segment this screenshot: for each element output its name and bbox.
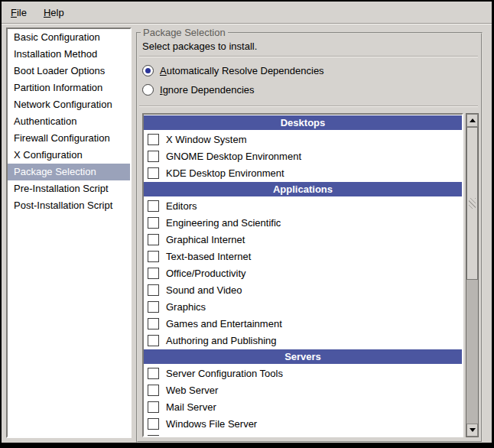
package-checkbox[interactable] bbox=[148, 234, 159, 245]
package-label: Editors bbox=[166, 200, 197, 212]
package-row[interactable]: Web Server bbox=[144, 381, 462, 398]
radio-button-icon[interactable] bbox=[142, 84, 154, 96]
separator bbox=[139, 56, 478, 57]
package-label: Office/Productivity bbox=[166, 268, 246, 279]
section-header: Servers bbox=[144, 349, 462, 364]
package-row[interactable] bbox=[144, 432, 462, 437]
separator bbox=[139, 106, 478, 107]
package-checkbox[interactable] bbox=[148, 318, 159, 330]
package-label: Authoring and Publishing bbox=[166, 335, 277, 346]
package-row[interactable]: Editors bbox=[144, 197, 462, 214]
scrollbar-thumb[interactable] bbox=[466, 127, 478, 280]
package-checkbox[interactable] bbox=[148, 217, 159, 229]
package-row[interactable]: Authoring and Publishing bbox=[144, 332, 462, 349]
package-label: Server Configuration Tools bbox=[166, 368, 283, 379]
package-checkbox[interactable] bbox=[148, 418, 159, 430]
scroll-up-button[interactable] bbox=[466, 114, 478, 127]
kickstart-configurator-window: File Help Basic ConfigurationInstallatio… bbox=[2, 2, 492, 443]
package-row[interactable]: Graphics bbox=[144, 298, 462, 315]
menu-help[interactable]: Help bbox=[41, 5, 67, 20]
package-row[interactable]: Sound and Video bbox=[144, 281, 462, 298]
package-checkbox[interactable] bbox=[148, 284, 159, 296]
package-row[interactable]: Office/Productivity bbox=[144, 265, 462, 281]
sidebar-item[interactable]: Boot Loader Options bbox=[8, 63, 130, 80]
sidebar-item[interactable]: Installation Method bbox=[8, 46, 130, 63]
package-row[interactable]: Windows File Server bbox=[144, 415, 462, 432]
frame-legend: Package Selection bbox=[141, 27, 228, 38]
radio-button-icon[interactable] bbox=[142, 65, 154, 76]
package-label: Mail Server bbox=[166, 401, 216, 413]
up-arrow-icon bbox=[470, 118, 476, 122]
package-label: X Window System bbox=[166, 134, 246, 145]
scroll-down-button[interactable] bbox=[466, 424, 478, 437]
package-checkbox[interactable] bbox=[148, 435, 159, 438]
sidebar-item[interactable]: Pre-Installation Script bbox=[8, 180, 130, 197]
package-row[interactable]: Graphical Internet bbox=[144, 231, 462, 248]
package-checkbox[interactable] bbox=[148, 200, 159, 212]
package-label: Web Server bbox=[166, 385, 218, 396]
radio-label: Automatically Resolve Dependencies bbox=[160, 65, 324, 76]
package-checkbox[interactable] bbox=[148, 335, 159, 346]
menu-file[interactable]: File bbox=[8, 5, 29, 20]
package-checkbox[interactable] bbox=[148, 134, 159, 145]
package-row[interactable]: Server Configuration Tools bbox=[144, 365, 462, 381]
package-label: Engineering and Scientific bbox=[166, 217, 281, 229]
sidebar-item[interactable]: X Configuration bbox=[8, 147, 130, 164]
sidebar-item[interactable]: Basic Configuration bbox=[8, 29, 130, 46]
section-header: Desktops bbox=[144, 115, 462, 130]
package-selection-frame: Package Selection Select packages to ins… bbox=[136, 32, 483, 443]
sidebar-item[interactable]: Authentication bbox=[8, 113, 130, 130]
vertical-scrollbar[interactable] bbox=[466, 113, 479, 437]
sidebar-item[interactable]: Firewall Configuration bbox=[8, 130, 130, 147]
package-list[interactable]: DesktopsX Window SystemGNOME Desktop Env… bbox=[142, 113, 463, 437]
package-checkbox[interactable] bbox=[148, 251, 159, 262]
sidebar-item[interactable]: Partition Information bbox=[8, 80, 130, 96]
package-row[interactable]: X Window System bbox=[144, 131, 462, 148]
package-checkbox[interactable] bbox=[148, 368, 159, 379]
package-label: Windows File Server bbox=[166, 418, 257, 430]
package-row[interactable]: GNOME Desktop Environment bbox=[144, 148, 462, 164]
sidebar-list[interactable]: Basic ConfigurationInstallation MethodBo… bbox=[6, 28, 132, 438]
package-label: GNOME Desktop Environment bbox=[166, 151, 301, 162]
package-row[interactable]: KDE Desktop Environment bbox=[144, 164, 462, 181]
package-checkbox[interactable] bbox=[148, 268, 159, 279]
package-label: Games and Entertainment bbox=[166, 318, 282, 330]
package-label: Sound and Video bbox=[166, 284, 242, 296]
package-label: Graphics bbox=[166, 301, 206, 313]
package-label: Graphical Internet bbox=[166, 234, 245, 245]
radio-label: Ignore Dependencies bbox=[160, 84, 255, 96]
package-row[interactable]: Games and Entertainment bbox=[144, 315, 462, 332]
description-text: Select packages to install. bbox=[142, 41, 257, 52]
package-checkbox[interactable] bbox=[148, 385, 159, 396]
package-scrolled-window: DesktopsX Window SystemGNOME Desktop Env… bbox=[142, 113, 479, 437]
package-checkbox[interactable] bbox=[148, 301, 159, 313]
package-row[interactable]: Engineering and Scientific bbox=[144, 214, 462, 231]
down-arrow-icon bbox=[470, 428, 476, 432]
package-row[interactable]: Mail Server bbox=[144, 398, 462, 415]
package-checkbox[interactable] bbox=[148, 167, 159, 179]
sidebar-item[interactable]: Network Configuration bbox=[8, 96, 130, 113]
menubar: File Help bbox=[2, 2, 492, 23]
package-checkbox[interactable] bbox=[148, 151, 159, 162]
section-header: Applications bbox=[144, 182, 462, 196]
package-label: Text-based Internet bbox=[166, 251, 251, 262]
package-row[interactable]: Text-based Internet bbox=[144, 248, 462, 265]
package-label: KDE Desktop Environment bbox=[166, 167, 284, 179]
menubar-separator bbox=[2, 23, 492, 24]
sidebar-item[interactable]: Package Selection bbox=[8, 164, 130, 180]
sidebar-item[interactable]: Post-Installation Script bbox=[8, 197, 130, 214]
radio-ignore-deps[interactable]: Ignore Dependencies bbox=[142, 84, 255, 96]
package-checkbox[interactable] bbox=[148, 401, 159, 413]
radio-auto-resolve[interactable]: Automatically Resolve Dependencies bbox=[142, 65, 324, 76]
